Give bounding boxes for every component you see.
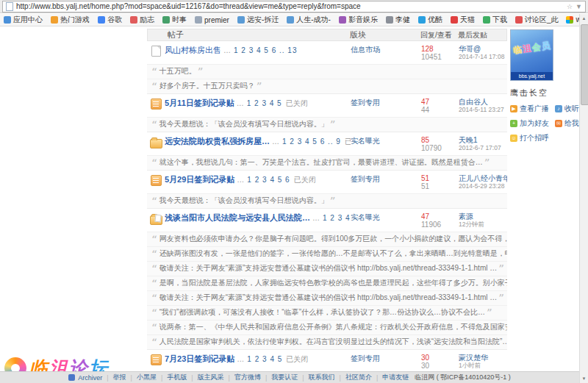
scrollbar-thumb[interactable] — [581, 24, 588, 105]
thread-pagination-links[interactable]: 1 2 3 4 5 6 — [247, 176, 290, 184]
bookmark-item[interactable]: 讨论区_此 — [515, 15, 559, 25]
thread-views-count: 11906 — [421, 221, 459, 229]
reply-quote-row: “说两条：第一、《中华人民共和国政府信息公开条例》第八条规定：行政机关公开政府信… — [147, 320, 507, 334]
scroll-down-icon[interactable]: ▼ — [580, 374, 588, 383]
profile-action-link[interactable]: ▶ 查看广播 — [510, 104, 549, 114]
thread-board-link[interactable]: 签到专用 — [351, 99, 380, 107]
star-icon[interactable]: ☆ — [567, 3, 573, 10]
profile-action-link[interactable]: ☺ 打个招呼 — [510, 133, 549, 143]
footer-link[interactable]: 举报 — [113, 373, 126, 382]
header-board: 版块 — [350, 29, 420, 40]
bookmark-label: 影音娱乐 — [348, 15, 378, 25]
bookmark-item[interactable]: 下载 — [483, 15, 507, 25]
reply-quote-text: 还缺两张图没有发，一张是他们的签字，一张传给愿的…不是邮寄认不了么，拿出来晒晒…… — [159, 249, 507, 257]
profile-sidebar: 临沮会员 bbs.yalj.net 鹰击长空 ▶ 查看广播 ♪ 收听TA + 加… — [510, 29, 579, 143]
footer-link[interactable]: 手机版 — [167, 373, 187, 382]
avatar[interactable]: 临沮会员 bbs.yalj.net — [510, 29, 553, 81]
thread-replies-count: 51 — [421, 174, 459, 182]
reply-quote-text: “我们”都强调款项，可落没有人接收！“临摹”什么样，承认签协议了？那…份达协议么… — [159, 308, 485, 316]
bookmark-item[interactable]: 人生-成功- — [287, 15, 331, 25]
dropdown-arrow-icon[interactable]: ▼ — [576, 3, 582, 10]
bookmark-item[interactable]: 时事 — [162, 15, 187, 25]
last-poster-link[interactable]: 蒙汉楚华 — [459, 354, 507, 362]
footer-link[interactable]: 官方微博 — [234, 373, 261, 382]
thread-title-link[interactable]: 凤山村栋房出售 — [165, 46, 221, 54]
bookmark-item[interactable]: 应用中心 — [4, 15, 43, 25]
quote-open-icon: “ — [151, 233, 157, 246]
vertical-scrollbar[interactable]: ▲ ▼ — [579, 14, 588, 383]
thread-pagination-links[interactable]: 1 2 3 4 5 — [323, 214, 351, 222]
footer-separator: | — [265, 374, 267, 382]
last-poster-link[interactable]: 天晚1 — [459, 136, 507, 144]
thread-row: 5月29日签到记录贴…1 2 3 4 5 6已关闭 签到专用 51 51 正儿八… — [147, 170, 507, 193]
footer-link[interactable]: 申请友链 — [382, 373, 409, 382]
broadcast-icon: ▶ — [510, 105, 517, 112]
thread-pagination-links[interactable]: 1 2 3 4 5 6 .. 9 — [282, 137, 341, 146]
profile-action-link[interactable]: + 加为好友 — [510, 118, 549, 129]
last-poster-link[interactable]: 素源 — [459, 212, 507, 221]
thread-title-link[interactable]: 浅谈当阳市人民法院与远安县人民法院… — [165, 213, 310, 222]
quote-close-icon: ” — [198, 65, 204, 79]
bookmark-item[interactable]: 远安-拆迁 — [237, 15, 279, 25]
thread-ellipsis: … — [223, 46, 231, 54]
last-post-time: 1小时前 — [459, 362, 507, 370]
thread-title-link[interactable]: 7月23日签到记录贴 — [165, 354, 234, 363]
footer-link[interactable]: 联系我们 — [309, 373, 335, 382]
bookmark-item[interactable]: 励志 — [130, 15, 154, 25]
last-poster-link[interactable]: 华哥@ — [459, 45, 507, 53]
bookmark-item[interactable]: 李健 — [386, 15, 410, 25]
thread-title-link[interactable]: 远安法院助权贵私强拆房屋… — [165, 137, 270, 146]
thread-views-count: 10790 — [421, 144, 459, 152]
avatar-title-text: 临沮会员 — [512, 39, 552, 57]
thread-pagination-links[interactable]: 1 2 3 4 5 — [247, 99, 282, 107]
last-poster-link[interactable]: 正儿八经小青年 — [459, 174, 507, 182]
bookmark-item[interactable]: premier — [195, 16, 229, 24]
thread-board-link[interactable]: 签到专用 — [351, 354, 380, 362]
bookmark-item[interactable]: 天猫 — [451, 15, 475, 25]
reply-quote-text: 我今天最想说：「该会员没有填写今日想说内容。」 — [159, 120, 329, 128]
bookmark-item[interactable]: 影音娱乐 — [339, 15, 378, 25]
profile-actions: ▶ 查看广播 ♪ 收听TA + 加为好友 ✉ 给我留言 ☺ 打个招呼 — [510, 104, 579, 143]
wave-icon: ☺ — [510, 135, 517, 142]
quote-open-icon: “ — [151, 65, 157, 79]
thread-board-link[interactable]: 签到专用 — [351, 175, 380, 183]
thread-replies-count: 47 — [421, 212, 459, 221]
thread-title-link[interactable]: 5月11日签到记录贴 — [165, 99, 234, 107]
bookmark-label: 励志 — [140, 15, 154, 25]
footer-link[interactable]: 社区简介 — [345, 373, 372, 382]
footer-link[interactable]: 版主风采 — [198, 373, 224, 382]
footer-link[interactable]: 小黑屋 — [137, 373, 157, 382]
bookmark-item[interactable]: 谷歌 — [98, 15, 122, 25]
thread-title-link[interactable]: 5月29日签到记录贴 — [165, 175, 234, 184]
reply-quote-row: “还缺两张图没有发，一张是他们的签字，一张传给愿的…不是邮寄认不了么，拿出来晒晒… — [147, 246, 507, 261]
browser-window: http://www.bbs.yalj.net/home.php?mod=spa… — [0, 0, 588, 383]
reply-quote-row: “人民法院是国家审判机关，依法行使审判权。在冯言官没明显过过头的情况下，浅谈“远… — [147, 334, 507, 349]
thread-board-link[interactable]: 实名曝光 — [351, 213, 380, 221]
bookmark-label: 优酷 — [428, 15, 442, 25]
thread-pagination-links[interactable]: 1 2 3 4 5 6 .. 13 — [234, 46, 298, 54]
quote-open-icon: “ — [151, 307, 157, 320]
bookmark-label: 李健 — [395, 15, 410, 25]
thread-replies-count: 128 — [421, 45, 459, 53]
last-poster-link[interactable]: 自由谷人 — [459, 98, 507, 106]
footer-link[interactable]: 我要认证 — [271, 373, 298, 382]
quote-open-icon: “ — [151, 118, 157, 132]
thread-views-count: 51 — [421, 182, 459, 190]
film-icon — [339, 16, 346, 24]
bookmark-item[interactable]: 热门游戏 — [51, 15, 90, 25]
thread-pagination-links[interactable]: 1 2 3 4 5 — [247, 355, 282, 363]
url-bar: http://www.bbs.yalj.net/home.php?mod=spa… — [0, 0, 588, 13]
youku-icon — [418, 16, 426, 24]
quote-close-icon: ” — [330, 195, 336, 208]
footer-link[interactable]: Archiver — [78, 374, 102, 382]
thread-row: 5月11日签到记录贴…1 2 3 4 5已关闭 签到专用 47 44 自由谷人 … — [147, 93, 507, 117]
thread-board-link[interactable]: 实名曝光 — [351, 137, 380, 145]
scroll-up-icon[interactable]: ▲ — [580, 14, 588, 23]
bookmark-item[interactable]: 优酷 — [418, 15, 442, 25]
url-input[interactable]: http://www.bbs.yalj.net/home.php?mod=spa… — [2, 1, 586, 12]
windows-icon — [566, 16, 573, 24]
last-post-time: 2014-5-29 23:28 — [459, 182, 507, 190]
reply-quote-text: 人民法院是国家审判机关，依法行使审判权。在冯言官没明显过过头的情况下，浅谈“远安… — [159, 337, 507, 346]
thread-board-link[interactable]: 信息市场 — [351, 46, 380, 54]
bookmarks-bar: 应用中心 热门游戏 谷歌 励志 时事 premier 远安-拆迁 人生-成功- … — [0, 14, 588, 26]
